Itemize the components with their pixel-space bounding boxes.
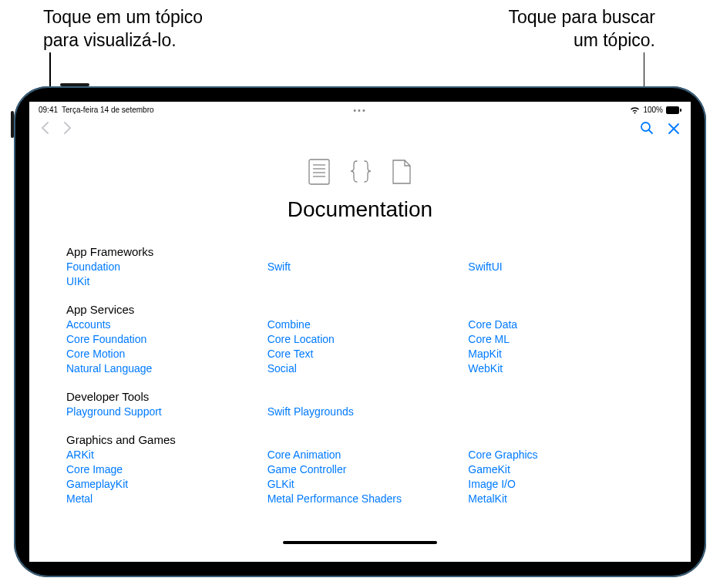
forward-button[interactable] bbox=[63, 121, 72, 139]
braces-icon bbox=[348, 159, 373, 188]
svg-rect-4 bbox=[309, 160, 329, 184]
topic-link[interactable]: Core Text bbox=[267, 348, 453, 360]
topic-link[interactable]: Core Animation bbox=[267, 449, 453, 461]
link-grid: ARKitCore AnimationCore GraphicsCore Ima… bbox=[66, 449, 654, 505]
list-icon bbox=[308, 159, 330, 188]
svg-line-3 bbox=[649, 130, 652, 133]
section: Graphics and GamesARKitCore AnimationCor… bbox=[66, 433, 654, 505]
ipad-device-frame: 09:41 Terça-feira 14 de setembro ••• 100… bbox=[14, 86, 706, 577]
topic-link[interactable]: Image I/O bbox=[468, 478, 654, 490]
status-dots: ••• bbox=[353, 106, 367, 115]
section-header: App Services bbox=[66, 303, 654, 316]
section-header: App Frameworks bbox=[66, 245, 654, 258]
topic-link[interactable]: Core Motion bbox=[66, 348, 252, 360]
status-time: 09:41 bbox=[39, 106, 58, 114]
doc-header: Documentation bbox=[29, 143, 691, 230]
ipad-screen: 09:41 Terça-feira 14 de setembro ••• 100… bbox=[29, 102, 691, 562]
topic-link[interactable]: GameplayKit bbox=[66, 478, 252, 490]
topic-link[interactable]: MapKit bbox=[468, 348, 654, 360]
svg-rect-0 bbox=[666, 106, 679, 114]
topic-link[interactable]: ARKit bbox=[66, 449, 252, 461]
callout-right: Toque para buscar um tópico. bbox=[508, 6, 655, 52]
topic-link[interactable]: Combine bbox=[267, 318, 453, 331]
close-icon[interactable] bbox=[668, 119, 680, 139]
topic-link[interactable]: Metal bbox=[66, 492, 252, 505]
callout-left: Toque em um tópico para visualizá-lo. bbox=[43, 6, 203, 52]
topic-link[interactable]: GLKit bbox=[267, 478, 453, 490]
topic-link[interactable]: SwiftUI bbox=[468, 260, 654, 273]
topic-link[interactable]: Core Image bbox=[66, 463, 252, 475]
topic-link[interactable]: Game Controller bbox=[267, 463, 453, 475]
topic-link[interactable]: Swift bbox=[267, 260, 453, 273]
topic-link[interactable]: Swift Playgrounds bbox=[267, 405, 453, 418]
content-area: App FrameworksFoundationSwiftSwiftUIUIKi… bbox=[29, 230, 691, 520]
page-icon bbox=[392, 159, 412, 188]
wifi-icon bbox=[630, 106, 640, 114]
link-grid: FoundationSwiftSwiftUIUIKit bbox=[66, 260, 654, 287]
section: App ServicesAccountsCombineCore DataCore… bbox=[66, 303, 654, 375]
status-bar: 09:41 Terça-feira 14 de setembro ••• 100… bbox=[29, 102, 691, 116]
topic-link[interactable]: Natural Language bbox=[66, 362, 252, 375]
topic-link[interactable]: Accounts bbox=[66, 318, 252, 331]
section: App FrameworksFoundationSwiftSwiftUIUIKi… bbox=[66, 245, 654, 287]
topic-link[interactable]: UIKit bbox=[66, 275, 252, 287]
link-grid: AccountsCombineCore DataCore FoundationC… bbox=[66, 318, 654, 375]
svg-rect-1 bbox=[680, 109, 681, 112]
section-header: Graphics and Games bbox=[66, 433, 654, 446]
topic-link[interactable]: Core ML bbox=[468, 333, 654, 345]
page-title: Documentation bbox=[29, 197, 691, 222]
home-indicator bbox=[283, 541, 437, 544]
status-date: Terça-feira 14 de setembro bbox=[62, 106, 154, 114]
topic-link[interactable]: Playground Support bbox=[66, 405, 252, 418]
section: Developer ToolsPlayground SupportSwift P… bbox=[66, 390, 654, 418]
section-header: Developer Tools bbox=[66, 390, 654, 403]
search-icon[interactable] bbox=[640, 121, 654, 138]
topic-link[interactable]: Foundation bbox=[66, 260, 252, 273]
nav-bar bbox=[29, 116, 691, 143]
back-button[interactable] bbox=[40, 121, 49, 139]
topic-link[interactable]: Core Data bbox=[468, 318, 654, 331]
topic-link[interactable]: MetalKit bbox=[468, 492, 654, 505]
battery-icon bbox=[666, 106, 681, 114]
link-grid: Playground SupportSwift Playgrounds bbox=[66, 405, 654, 418]
topic-link[interactable]: Metal Performance Shaders bbox=[267, 492, 453, 505]
topic-link[interactable]: Core Location bbox=[267, 333, 453, 345]
topic-link[interactable]: GameKit bbox=[468, 463, 654, 475]
topic-link[interactable]: Core Foundation bbox=[66, 333, 252, 345]
topic-link[interactable]: Core Graphics bbox=[468, 449, 654, 461]
svg-point-2 bbox=[641, 123, 650, 131]
battery-percent: 100% bbox=[643, 106, 663, 114]
topic-link[interactable]: Social bbox=[267, 362, 453, 375]
topic-link[interactable]: WebKit bbox=[468, 362, 654, 375]
